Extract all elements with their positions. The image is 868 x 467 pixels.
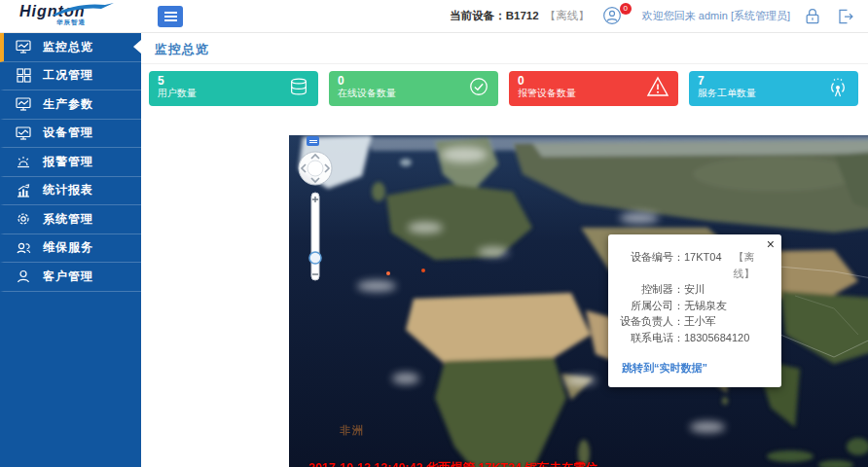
sidebar-item-monitor-overview[interactable]: 监控总览 <box>0 33 141 62</box>
gear-icon <box>16 211 31 227</box>
stat-card-online-devices[interactable]: 0 在线设备数量 <box>329 71 498 106</box>
alarm-bullet-icon: • <box>297 462 301 467</box>
sidebar-item-label: 报警管理 <box>43 154 93 170</box>
popup-row-label: 设备编号： <box>614 249 684 281</box>
popup-row-value: 18305684120 <box>684 330 749 346</box>
map-controls <box>295 148 336 284</box>
popup-row: 联系电话： 18305684120 <box>614 330 772 346</box>
pan-control[interactable] <box>299 152 332 185</box>
popup-row-value: 王小军 <box>684 313 716 330</box>
popup-row-value: 安川 <box>684 281 705 298</box>
zoom-slider[interactable] <box>309 193 321 280</box>
popup-device-status: 【离线】 <box>734 249 772 281</box>
stat-card-alarm-devices[interactable]: 0 报警设备数量 <box>509 71 678 106</box>
stat-card-users[interactable]: 5 用户数量 <box>149 71 318 106</box>
popup-row: 所属公司： 无锡泉友 <box>614 298 772 314</box>
sidebar-item-label: 统计报表 <box>43 182 93 198</box>
check-circle-icon <box>468 76 489 101</box>
page-title: 监控总览 <box>155 42 209 56</box>
map-layers-icon[interactable] <box>307 136 319 146</box>
sidebar-item-system-management[interactable]: 系统管理 <box>0 205 141 234</box>
current-device-text: 当前设备：B1712 【离线】 <box>450 9 590 23</box>
zoom-slider-knob[interactable] <box>309 252 321 264</box>
map-label-africa: 非洲 <box>340 423 365 438</box>
sidebar-item-maintenance-service[interactable]: 维保服务 <box>0 234 141 264</box>
stat-card-work-orders[interactable]: 7 服务工单数量 <box>689 71 858 106</box>
popup-row-value: 17KT04 <box>684 249 722 281</box>
sidebar-item-label: 系统管理 <box>43 211 93 228</box>
lock-icon[interactable] <box>803 7 822 26</box>
sidebar-item-label: 维保服务 <box>43 239 93 256</box>
popup-row-label: 设备负责人： <box>614 313 684 330</box>
monitor-chart-icon <box>16 96 31 112</box>
close-icon[interactable]: × <box>767 237 775 251</box>
sidebar-item-label: 客户管理 <box>43 269 93 285</box>
sidebar-item-production-params[interactable]: 生产参数 <box>0 90 141 120</box>
alarm-ticker: • 2017-10-13 13:40:42 华西焊管 17KT24 锯车未在零位 <box>297 460 598 467</box>
alarm-icon <box>16 154 31 169</box>
user-icon <box>602 6 622 25</box>
monitor-chart-icon <box>16 39 31 54</box>
people-icon <box>16 240 31 256</box>
current-device-label: 当前设备：B1712 <box>450 10 538 21</box>
top-header: Hignton 华辰智通 当前设备：B1712 【离线】 0 欢迎您回来 adm… <box>0 0 868 33</box>
welcome-label: 欢迎您回来 <box>642 10 696 21</box>
sidebar-item-device-management[interactable]: 设备管理 <box>0 120 141 149</box>
alarm-text: 2017-10-13 13:40:42 华西焊管 17KT24 锯车未在零位 <box>308 460 597 467</box>
sidebar-item-label: 生产参数 <box>43 96 93 113</box>
satellite-map[interactable]: 中 国 非洲 太平洋 地图 卫星 <box>289 135 868 467</box>
logo-subtext: 华辰智通 <box>56 18 144 27</box>
sidebar-item-label: 监控总览 <box>43 39 93 55</box>
sidebar-item-customer-management[interactable]: 客户管理 <box>0 263 141 292</box>
welcome-text: 欢迎您回来 admin [系统管理员] <box>642 9 790 23</box>
logo-swoosh-icon <box>51 3 115 17</box>
popup-row-value: 无锡泉友 <box>684 298 727 314</box>
device-info-popup: × 设备编号： 17KT04 【离线】 控制器： 安川 所属公司： 无锡泉友 设… <box>608 234 781 387</box>
database-icon <box>288 76 309 101</box>
sidebar-item-statistics-report[interactable]: 统计报表 <box>0 177 141 206</box>
monitor-chart-icon <box>16 126 31 141</box>
stat-cards-row: 5 用户数量 0 在线设备数量 0 报警设备数量 7 服务工单数量 <box>141 64 868 112</box>
person-icon <box>16 269 31 284</box>
popup-row: 设备编号： 17KT04 【离线】 <box>614 249 772 281</box>
notification-badge: 0 <box>620 3 632 15</box>
popup-row-label: 联系电话： <box>614 330 684 346</box>
grid-icon <box>16 68 31 84</box>
popup-row: 控制器： 安川 <box>614 281 772 298</box>
username-text: admin [系统管理员] <box>699 10 790 21</box>
warning-triangle-icon <box>646 76 669 101</box>
realtime-data-link[interactable]: 跳转到“实时数据” <box>622 361 772 376</box>
active-item-arrow <box>133 40 141 54</box>
popup-row-label: 控制器： <box>614 281 684 298</box>
sidebar-item-label: 设备管理 <box>43 125 93 141</box>
sidebar-nav: 监控总览 工况管理 生产参数 设备管理 报警管理 统计报表 <box>0 33 141 467</box>
logout-icon[interactable] <box>835 7 854 26</box>
current-device-status: 【离线】 <box>545 10 590 21</box>
user-button[interactable]: 0 <box>602 6 624 27</box>
menu-toggle-button[interactable] <box>158 6 183 27</box>
popup-row: 设备负责人： 王小军 <box>614 313 772 330</box>
radar-icon <box>826 76 850 101</box>
sidebar-item-working-condition[interactable]: 工况管理 <box>0 62 141 91</box>
app-logo: Hignton 华辰智通 <box>0 5 144 27</box>
popup-row-label: 所属公司： <box>614 298 684 314</box>
main-content: 监控总览 5 用户数量 0 在线设备数量 0 报警设备数量 7 服务工单数量 <box>141 33 868 467</box>
sidebar-item-label: 工况管理 <box>43 67 93 84</box>
sidebar-item-alarm-management[interactable]: 报警管理 <box>0 148 141 177</box>
bar-chart-icon <box>16 183 31 198</box>
